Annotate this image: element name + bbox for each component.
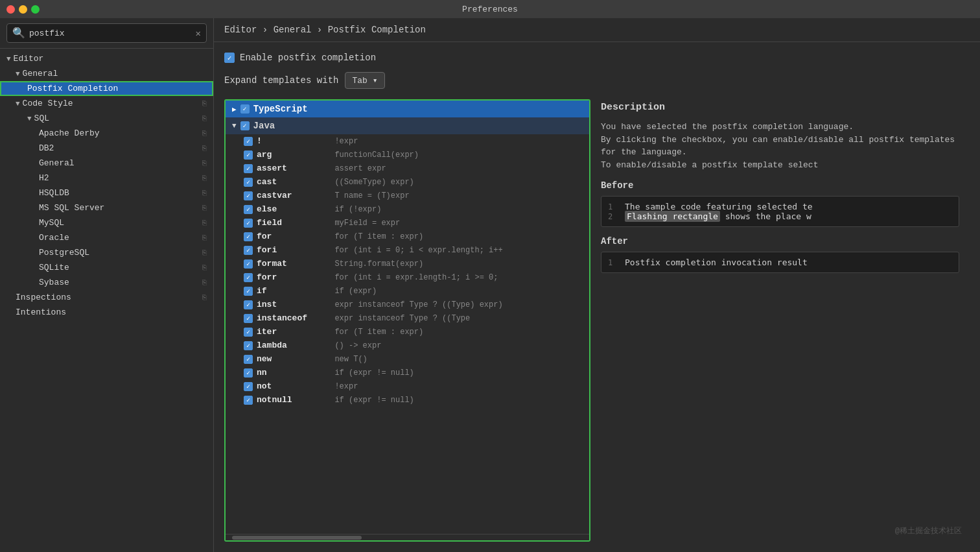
arrow-down-icon: ▼ [6, 55, 11, 63]
template-checkbox[interactable]: ✓ [244, 368, 253, 378]
template-name: nn [257, 368, 321, 378]
breadcrumb-general: General [274, 25, 312, 35]
close-button[interactable] [6, 5, 15, 14]
copy-icon[interactable]: ⎘ [202, 174, 207, 182]
template-item-cast[interactable]: ✓ cast ((SomeType) expr) [226, 175, 589, 189]
template-item-new[interactable]: ✓ new new T() [226, 352, 589, 366]
copy-icon[interactable]: ⎘ [202, 100, 207, 108]
sidebar-item-editor[interactable]: ▼ Editor [0, 51, 213, 66]
template-name: notnull [257, 395, 321, 405]
copy-icon[interactable]: ⎘ [202, 189, 207, 197]
sidebar-item-label: Postfix Completion [27, 84, 118, 93]
template-checkbox[interactable]: ✓ [244, 355, 253, 364]
template-item-else[interactable]: ✓ else if (!expr) [226, 202, 589, 216]
template-item-iter[interactable]: ✓ iter for (T item : expr) [226, 325, 589, 339]
sidebar-item-general[interactable]: ▼ General [0, 66, 213, 81]
expand-row: Expand templates with Tab ▾ [224, 72, 970, 89]
sidebar-item-intentions[interactable]: Intentions [0, 305, 213, 320]
sidebar-item-sqlite[interactable]: SQLite ⎘ [0, 260, 213, 275]
copy-icon[interactable]: ⎘ [202, 279, 207, 287]
template-checkbox[interactable]: ✓ [244, 205, 253, 214]
template-name: lambda [257, 341, 321, 350]
sidebar-item-postgresql[interactable]: PostgreSQL ⎘ [0, 245, 213, 260]
template-desc: if (expr != null) [325, 368, 414, 378]
sidebar-item-inspections[interactable]: Inspections ⎘ [0, 290, 213, 305]
sidebar-item-label: Inspections [16, 293, 71, 302]
template-item-instanceof[interactable]: ✓ instanceof expr instanceof Type ? ((Ty… [226, 311, 589, 325]
template-item-notnull[interactable]: ✓ notnull if (expr != null) [226, 393, 589, 407]
search-clear-button[interactable]: ✕ [196, 28, 201, 39]
template-checkbox[interactable]: ✓ [244, 341, 253, 350]
template-checkbox[interactable]: ✓ [244, 300, 253, 309]
lang-checkbox-java[interactable]: ✓ [240, 121, 250, 130]
template-checkbox[interactable]: ✓ [244, 287, 253, 296]
template-checkbox[interactable]: ✓ [244, 328, 253, 337]
sidebar-item-db2[interactable]: DB2 ⎘ [0, 141, 213, 156]
template-item-assert[interactable]: ✓ assert assert expr [226, 162, 589, 175]
expand-dropdown[interactable]: Tab ▾ [345, 72, 384, 89]
template-checkbox[interactable]: ✓ [244, 164, 253, 173]
sidebar-item-sybase[interactable]: Sybase ⎘ [0, 275, 213, 290]
copy-icon[interactable]: ⎘ [202, 294, 207, 302]
lang-checkbox-typescript[interactable]: ✓ [240, 104, 250, 114]
copy-icon[interactable]: ⎘ [202, 130, 207, 138]
sidebar-item-ms-sql-server[interactable]: MS SQL Server ⎘ [0, 200, 213, 215]
templates-hscroll-thumb[interactable] [232, 536, 362, 540]
copy-icon[interactable]: ⎘ [202, 234, 207, 242]
template-item-if[interactable]: ✓ if if (expr) [226, 284, 589, 298]
sidebar-item-code-style[interactable]: ▼ Code Style ⎘ [0, 96, 213, 111]
template-item-nn[interactable]: ✓ nn if (expr != null) [226, 366, 589, 379]
template-checkbox[interactable]: ✓ [244, 232, 253, 241]
minimize-button[interactable] [19, 5, 27, 14]
template-item-inst[interactable]: ✓ inst expr instanceof Type ? ((Type) ex… [226, 298, 589, 311]
lang-row-java[interactable]: ▼ ✓ Java [226, 117, 589, 134]
sidebar-item-postfix-completion[interactable]: Postfix Completion [0, 81, 213, 96]
template-item-for[interactable]: ✓ for for (T item : expr) [226, 230, 589, 243]
sidebar-item-label: DB2 [39, 143, 54, 153]
template-desc: new T() [325, 355, 368, 364]
template-checkbox[interactable]: ✓ [244, 314, 253, 323]
template-checkbox[interactable]: ✓ [244, 396, 253, 405]
template-checkbox[interactable]: ✓ [244, 273, 253, 282]
template-item-field[interactable]: ✓ field myField = expr [226, 216, 589, 230]
template-checkbox[interactable]: ✓ [244, 382, 253, 391]
template-item-lambda[interactable]: ✓ lambda () -> expr [226, 339, 589, 352]
enable-checkbox[interactable]: ✓ [224, 53, 235, 63]
sidebar-item-apache-derby[interactable]: Apache Derby ⎘ [0, 126, 213, 141]
titlebar: Preferences [0, 0, 980, 18]
template-item-forr[interactable]: ✓ forr for (int i = expr.length-1; i >= … [226, 270, 589, 284]
template-checkbox[interactable]: ✓ [244, 219, 253, 228]
sidebar-item-mysql[interactable]: MySQL ⎘ [0, 215, 213, 230]
copy-icon[interactable]: ⎘ [202, 249, 207, 257]
copy-icon[interactable]: ⎘ [202, 264, 207, 272]
copy-icon[interactable]: ⎘ [202, 160, 207, 167]
template-item-excl[interactable]: ✓ ! !expr [226, 134, 589, 148]
maximize-button[interactable] [31, 5, 40, 14]
line-number: 2 [608, 212, 618, 221]
copy-icon[interactable]: ⎘ [202, 145, 207, 152]
template-name: not [257, 381, 321, 391]
template-checkbox[interactable]: ✓ [244, 150, 253, 160]
template-desc: () -> expr [325, 341, 381, 350]
template-checkbox[interactable]: ✓ [244, 137, 253, 146]
copy-icon[interactable]: ⎘ [202, 115, 207, 123]
expand-label: Expand templates with [224, 75, 338, 86]
lang-row-typescript[interactable]: ▶ ✓ TypeScript [226, 101, 589, 117]
sidebar-item-hsqldb[interactable]: HSQLDB ⎘ [0, 186, 213, 200]
template-item-fori[interactable]: ✓ fori for (int i = 0; i < expr.length; … [226, 243, 589, 257]
copy-icon[interactable]: ⎘ [202, 204, 207, 212]
template-checkbox[interactable]: ✓ [244, 259, 253, 269]
copy-icon[interactable]: ⎘ [202, 219, 207, 227]
sidebar-item-general-sql[interactable]: General ⎘ [0, 156, 213, 171]
sidebar-item-oracle[interactable]: Oracle ⎘ [0, 230, 213, 245]
template-item-format[interactable]: ✓ format String.format(expr) [226, 257, 589, 270]
sidebar-item-h2[interactable]: H2 ⎘ [0, 171, 213, 186]
template-checkbox[interactable]: ✓ [244, 191, 253, 200]
template-checkbox[interactable]: ✓ [244, 178, 253, 187]
template-item-arg[interactable]: ✓ arg functionCall(expr) [226, 148, 589, 162]
search-input[interactable] [29, 29, 192, 38]
sidebar-item-sql[interactable]: ▼ SQL ⎘ [0, 111, 213, 126]
template-item-castvar[interactable]: ✓ castvar T name = (T)expr [226, 189, 589, 202]
template-item-not[interactable]: ✓ not !expr [226, 379, 589, 393]
template-checkbox[interactable]: ✓ [244, 246, 253, 255]
